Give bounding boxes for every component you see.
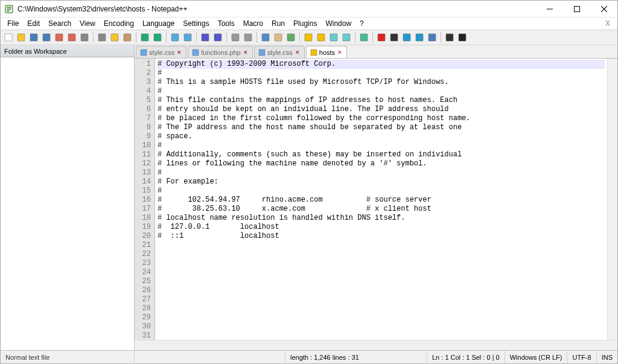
code-line[interactable]: # For example: bbox=[158, 177, 605, 187]
vertical-scrollbar[interactable] bbox=[607, 59, 617, 340]
code-line[interactable] bbox=[158, 322, 605, 331]
close-button[interactable] bbox=[590, 1, 617, 18]
open-file-icon[interactable] bbox=[15, 31, 27, 43]
sidebar-body[interactable] bbox=[1, 57, 134, 350]
code-line[interactable] bbox=[158, 295, 605, 304]
folder-icon[interactable] bbox=[315, 31, 327, 43]
doc-map-icon[interactable] bbox=[328, 31, 340, 43]
code-line[interactable] bbox=[158, 286, 605, 295]
tab-style-css[interactable]: style.css✕ bbox=[136, 46, 186, 58]
cut-icon[interactable] bbox=[96, 31, 108, 43]
code-line[interactable] bbox=[158, 304, 605, 313]
code-line[interactable]: # 38.25.63.10 x.acme.com # x client host bbox=[158, 205, 605, 214]
code-line[interactable]: # localhost name resolution is handled w… bbox=[158, 214, 605, 223]
code-line[interactable]: # bbox=[158, 69, 605, 78]
minimize-button[interactable] bbox=[536, 1, 563, 18]
play-icon[interactable] bbox=[401, 31, 413, 43]
tab-functions-php[interactable]: functions.php✕ bbox=[188, 46, 252, 58]
tab-close-icon[interactable]: ✕ bbox=[337, 49, 343, 56]
indent-guide-icon[interactable] bbox=[285, 31, 297, 43]
horizontal-scrollbar[interactable] bbox=[135, 340, 617, 350]
code-line[interactable] bbox=[158, 250, 605, 259]
zoom-in-icon[interactable] bbox=[199, 31, 211, 43]
menu-run[interactable]: Run bbox=[267, 18, 289, 29]
monitor-icon[interactable] bbox=[358, 31, 370, 43]
code-line[interactable]: # bbox=[158, 87, 605, 96]
save-icon[interactable] bbox=[28, 31, 40, 43]
replace-icon[interactable] bbox=[182, 31, 194, 43]
code-line[interactable] bbox=[158, 259, 605, 268]
sidebar-header: Folder as Workspace bbox=[1, 45, 134, 57]
tab-close-icon[interactable]: ✕ bbox=[295, 49, 301, 56]
menubar-close-doc[interactable]: X bbox=[601, 18, 615, 29]
menu-encoding[interactable]: Encoding bbox=[100, 18, 138, 29]
code-line[interactable]: # This is a sample HOSTS file used by Mi… bbox=[158, 78, 605, 87]
svg-rect-29 bbox=[330, 34, 337, 41]
sync-h-icon[interactable] bbox=[242, 31, 254, 43]
code-line[interactable]: # The IP address and the host name shoul… bbox=[158, 123, 605, 132]
code-line[interactable]: # This file contains the mappings of IP … bbox=[158, 96, 605, 105]
close-all-icon[interactable] bbox=[66, 31, 78, 43]
tab-style-css[interactable]: style.css✕ bbox=[254, 46, 305, 58]
maximize-button[interactable] bbox=[563, 1, 590, 18]
zoom-out-icon[interactable] bbox=[212, 31, 224, 43]
paste-icon[interactable] bbox=[121, 31, 133, 43]
redo-icon[interactable] bbox=[151, 31, 164, 43]
lang-icon[interactable] bbox=[302, 31, 314, 43]
undo-icon[interactable] bbox=[139, 31, 151, 43]
code-line[interactable]: # Additionally, comments (such as these)… bbox=[158, 150, 605, 159]
svg-rect-11 bbox=[68, 34, 75, 41]
code-line[interactable]: # bbox=[158, 141, 605, 150]
code-area[interactable]: # Copyright (c) 1993-2009 Microsoft Corp… bbox=[155, 59, 607, 340]
tab-close-icon[interactable]: ✕ bbox=[176, 49, 182, 56]
code-line[interactable]: # lines or following the machine name de… bbox=[158, 159, 605, 168]
menu-search[interactable]: Search bbox=[44, 18, 75, 29]
menu-tools[interactable]: Tools bbox=[214, 18, 239, 29]
toggle-dark-icon[interactable] bbox=[456, 31, 468, 43]
code-line[interactable]: # entry should be kept on an individual … bbox=[158, 105, 605, 114]
code-line[interactable] bbox=[158, 313, 605, 322]
menu-view[interactable]: View bbox=[75, 18, 100, 29]
all-chars-icon[interactable] bbox=[272, 31, 284, 43]
menu-edit[interactable]: Edit bbox=[23, 18, 44, 29]
stop-icon[interactable] bbox=[388, 31, 400, 43]
code-line[interactable]: # bbox=[158, 168, 605, 177]
svg-rect-25 bbox=[275, 34, 282, 41]
play-multi-icon[interactable] bbox=[413, 31, 425, 43]
func-list-icon[interactable] bbox=[340, 31, 352, 43]
menu-window[interactable]: Window bbox=[321, 18, 355, 29]
code-line[interactable]: # space. bbox=[158, 132, 605, 141]
code-line[interactable] bbox=[158, 268, 605, 277]
code-line[interactable]: # bbox=[158, 187, 605, 196]
code-line[interactable] bbox=[158, 331, 605, 340]
save-macro-icon[interactable] bbox=[426, 31, 438, 43]
copy-icon[interactable] bbox=[109, 31, 121, 43]
save-all-icon[interactable] bbox=[40, 31, 53, 43]
menu-macro[interactable]: Macro bbox=[239, 18, 267, 29]
menu-language[interactable]: Language bbox=[138, 18, 179, 29]
new-file-icon[interactable] bbox=[2, 31, 14, 43]
tab-hosts[interactable]: hosts✕ bbox=[306, 46, 347, 58]
menu-settings[interactable]: Settings bbox=[179, 18, 213, 29]
code-line[interactable]: # be placed in the first column followed… bbox=[158, 114, 605, 123]
tab-close-icon[interactable]: ✕ bbox=[243, 49, 249, 56]
tab-label: hosts bbox=[319, 49, 335, 56]
code-line[interactable]: # 127.0.0.1 localhost bbox=[158, 223, 605, 232]
code-line[interactable]: # Copyright (c) 1993-2009 Microsoft Corp… bbox=[158, 60, 605, 69]
find-icon[interactable] bbox=[169, 31, 181, 43]
editor[interactable]: 1234567891011121314151617181920212223242… bbox=[135, 59, 617, 340]
menu-file[interactable]: File bbox=[3, 18, 23, 29]
menu-plugins[interactable]: Plugins bbox=[289, 18, 321, 29]
print-icon[interactable] bbox=[78, 31, 91, 43]
code-line[interactable] bbox=[158, 277, 605, 286]
code-line[interactable] bbox=[158, 241, 605, 250]
word-wrap-icon[interactable] bbox=[260, 31, 272, 43]
code-line[interactable]: # 102.54.94.97 rhino.acme.com # source s… bbox=[158, 196, 605, 205]
sync-v-icon[interactable] bbox=[229, 31, 241, 43]
spell-check-icon[interactable] bbox=[444, 31, 456, 43]
record-icon[interactable] bbox=[375, 31, 387, 43]
close-icon[interactable] bbox=[53, 31, 65, 43]
code-line[interactable]: # ::1 localhost bbox=[158, 232, 605, 241]
svg-rect-15 bbox=[124, 34, 131, 41]
menu-[interactable]: ? bbox=[355, 18, 368, 29]
